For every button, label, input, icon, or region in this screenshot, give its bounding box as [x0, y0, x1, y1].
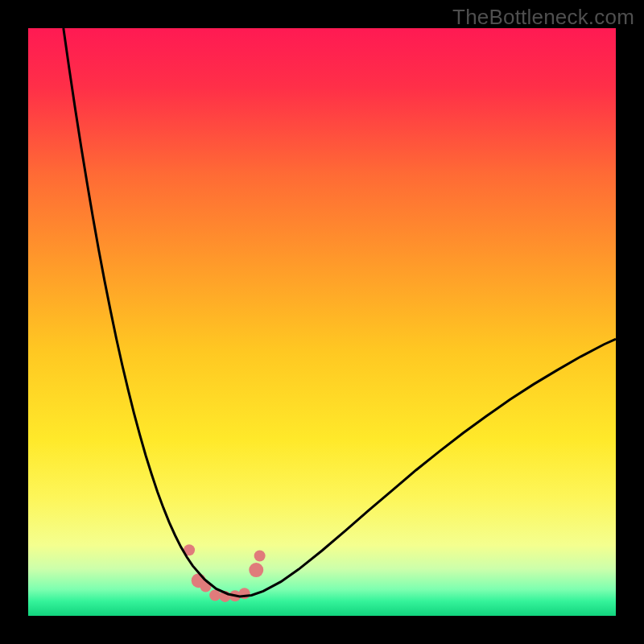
- chart-frame: TheBottleneck.com: [0, 0, 644, 644]
- watermark-text: TheBottleneck.com: [452, 5, 634, 30]
- data-marker: [249, 563, 263, 577]
- bottleneck-curve: [64, 28, 616, 597]
- data-marker: [254, 551, 266, 562]
- curve-layer: [28, 28, 616, 616]
- plot-area: [28, 28, 616, 616]
